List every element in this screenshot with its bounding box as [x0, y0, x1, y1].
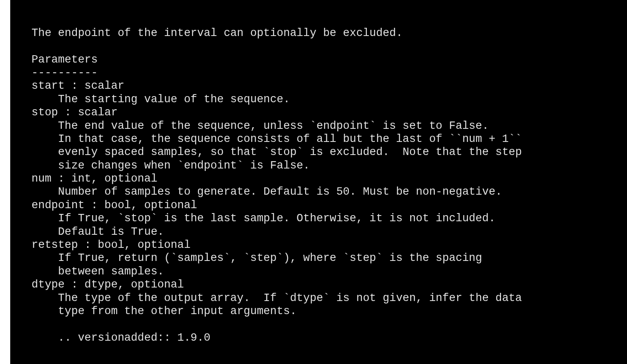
param-stop-desc-3: evenly spaced samples, so that `stop` is… — [31, 146, 522, 158]
endpoint-note: The endpoint of the interval can optiona… — [31, 27, 402, 39]
param-stop-name: stop : scalar — [31, 106, 118, 119]
param-endpoint-desc-1: If True, `stop` is the last sample. Othe… — [31, 212, 495, 225]
param-stop-desc-2: In that case, the sequence consists of a… — [31, 133, 522, 145]
param-retstep-desc-2: between samples. — [31, 265, 164, 278]
param-dtype-name: dtype : dtype, optional — [31, 279, 184, 291]
terminal-window: The endpoint of the interval can optiona… — [10, 0, 627, 364]
param-dtype-desc-1: The type of the output array. If `dtype`… — [31, 292, 522, 304]
param-endpoint-desc-2: Default is True. — [31, 226, 164, 238]
parameters-underline: ---------- — [31, 67, 98, 79]
docstring-content: The endpoint of the interval can optiona… — [10, 0, 627, 344]
param-retstep-desc-1: If True, return (`samples`, `step`), whe… — [31, 252, 482, 264]
param-stop-desc-1: The end value of the sequence, unless `e… — [31, 120, 489, 132]
param-endpoint-name: endpoint : bool, optional — [31, 199, 197, 211]
param-start-name: start : scalar — [31, 80, 124, 92]
param-retstep-name: retstep : bool, optional — [31, 239, 191, 251]
param-dtype-desc-2: type from the other input arguments. — [31, 305, 297, 317]
versionadded: .. versionadded:: 1.9.0 — [31, 332, 210, 344]
param-num-desc: Number of samples to generate. Default i… — [31, 186, 502, 198]
parameters-heading: Parameters — [31, 54, 98, 66]
param-start-desc: The starting value of the sequence. — [31, 93, 290, 106]
param-stop-desc-4: size changes when `endpoint` is False. — [31, 160, 310, 172]
param-num-name: num : int, optional — [31, 173, 157, 185]
